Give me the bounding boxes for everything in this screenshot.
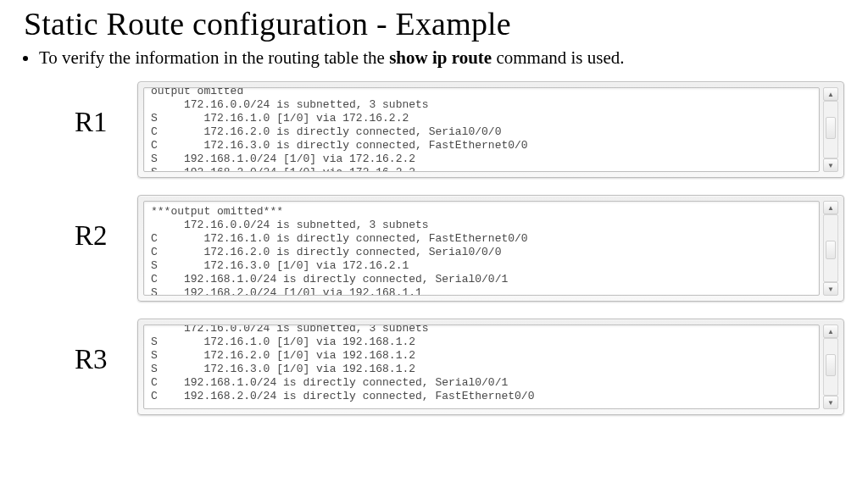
bullet-item: To verify the information in the routing… (39, 46, 844, 69)
scroll-up-button[interactable]: ▲ (823, 324, 838, 338)
scroll-up-button[interactable]: ▲ (823, 87, 838, 101)
scrollbar-thumb[interactable] (826, 354, 836, 376)
triangle-up-icon: ▲ (827, 204, 834, 212)
router-label: R2 (75, 195, 114, 252)
scroll-down-button[interactable]: ▼ (823, 158, 838, 172)
terminal-output: ***output omitted*** 172.16.0.0/24 is su… (143, 201, 820, 296)
router-row-r3: R3 172.16.0.0/24 is subnetted, 3 subnets… (75, 319, 844, 415)
output-panel-r3: 172.16.0.0/24 is subnetted, 3 subnets S … (137, 319, 844, 415)
scroll-down-button[interactable]: ▼ (823, 282, 838, 296)
output-panel-r1: output omitted 172.16.0.0/24 is subnette… (137, 81, 844, 178)
terminal-text: output omitted 172.16.0.0/24 is subnette… (151, 87, 812, 172)
scrollbar[interactable]: ▲ ▼ (823, 87, 838, 172)
triangle-down-icon: ▼ (827, 286, 834, 293)
scrollbar-track[interactable] (823, 214, 838, 282)
scroll-up-button[interactable]: ▲ (823, 201, 838, 214)
scroll-down-button[interactable]: ▼ (823, 396, 838, 409)
bullet-list: To verify the information in the routing… (24, 46, 844, 69)
terminal-text: ***output omitted*** 172.16.0.0/24 is su… (151, 205, 812, 296)
scrollbar[interactable]: ▲ ▼ (823, 201, 838, 296)
page-title: Static Route configuration - Example (24, 5, 844, 42)
output-panel-r2: ***output omitted*** 172.16.0.0/24 is su… (137, 195, 844, 302)
bullet-text-2: command is used. (492, 47, 624, 68)
scrollbar-thumb[interactable] (826, 117, 836, 139)
router-row-r2: R2 ***output omitted*** 172.16.0.0/24 is… (75, 195, 844, 302)
triangle-down-icon: ▼ (827, 399, 834, 407)
scrollbar[interactable]: ▲ ▼ (823, 324, 838, 409)
terminal-text: 172.16.0.0/24 is subnetted, 3 subnets S … (151, 324, 812, 402)
terminal-output: 172.16.0.0/24 is subnetted, 3 subnets S … (143, 324, 820, 409)
bullet-text-1: To verify the information in the routing… (39, 47, 389, 68)
triangle-up-icon: ▲ (827, 91, 834, 98)
scrollbar-thumb[interactable] (826, 241, 836, 259)
terminal-output: output omitted 172.16.0.0/24 is subnette… (143, 87, 820, 172)
triangle-down-icon: ▼ (827, 162, 834, 169)
bullet-text-bold: show ip route (389, 47, 492, 68)
router-label: R1 (75, 81, 114, 138)
scrollbar-track[interactable] (823, 338, 838, 396)
router-row-r1: R1 output omitted 172.16.0.0/24 is subne… (75, 81, 844, 178)
scrollbar-track[interactable] (823, 101, 838, 158)
router-label: R3 (75, 319, 114, 375)
triangle-up-icon: ▲ (827, 328, 834, 336)
